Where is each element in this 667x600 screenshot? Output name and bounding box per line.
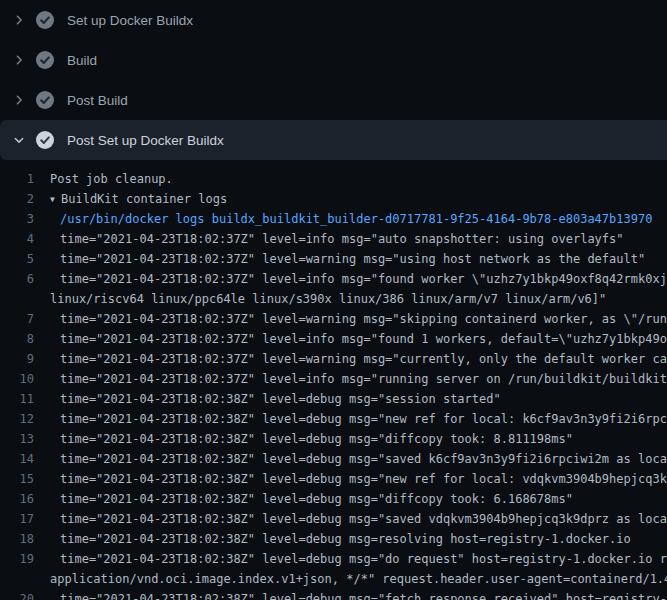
log-line-number[interactable]: 2	[0, 189, 34, 209]
log-line-number[interactable]: 19	[0, 549, 34, 569]
log-line-text: time="2021-04-23T18:02:38Z" level=debug …	[34, 409, 667, 429]
step-title: Post Build	[67, 93, 128, 108]
check-circle-icon	[36, 11, 54, 29]
log-line-number[interactable]: 20	[0, 589, 34, 600]
log-line: 9time="2021-04-23T18:02:37Z" level=warni…	[0, 349, 667, 369]
log-line-number[interactable]: 7	[0, 309, 34, 329]
log-line: linux/riscv64 linux/ppc64le linux/s390x …	[0, 289, 667, 309]
log-line-number[interactable]	[0, 569, 34, 589]
step-row-post-build[interactable]: Post Build	[0, 80, 667, 120]
log-line-number[interactable]: 1	[0, 169, 34, 189]
chevron-right-icon[interactable]	[12, 53, 26, 67]
log-viewer: 1Post job cleanup.2▼BuildKit container l…	[0, 160, 667, 600]
log-line-number[interactable]: 17	[0, 509, 34, 529]
log-line-number[interactable]: 13	[0, 429, 34, 449]
log-line-text: time="2021-04-23T18:02:38Z" level=debug …	[34, 429, 573, 449]
log-line-number[interactable]: 18	[0, 529, 34, 549]
log-line-number[interactable]: 12	[0, 409, 34, 429]
log-line-number[interactable]: 3	[0, 209, 34, 229]
log-line-number[interactable]: 5	[0, 249, 34, 269]
log-line: application/vnd.oci.image.index.v1+json,…	[0, 569, 667, 589]
log-line-number[interactable]: 11	[0, 389, 34, 409]
log-line: 1Post job cleanup.	[0, 169, 667, 189]
log-line: 19time="2021-04-23T18:02:38Z" level=debu…	[0, 549, 667, 569]
log-line: 15time="2021-04-23T18:02:38Z" level=debu…	[0, 469, 667, 489]
log-line-text: time="2021-04-23T18:02:37Z" level=warnin…	[34, 249, 645, 269]
step-title: Post Set up Docker Buildx	[67, 133, 224, 148]
log-line-text: time="2021-04-23T18:02:38Z" level=debug …	[34, 469, 667, 489]
log-line-text: Post job cleanup.	[34, 169, 173, 189]
log-command-text: /usr/bin/docker logs buildx_buildkit_bui…	[34, 209, 652, 229]
log-line-number[interactable]: 9	[0, 349, 34, 369]
log-line-text: time="2021-04-23T18:02:38Z" level=debug …	[34, 509, 667, 529]
log-line: 16time="2021-04-23T18:02:38Z" level=debu…	[0, 489, 667, 509]
log-line-text: application/vnd.oci.image.index.v1+json,…	[34, 569, 667, 589]
log-line-text: time="2021-04-23T18:02:38Z" level=debug …	[34, 489, 573, 509]
log-line-text: time="2021-04-23T18:02:38Z" level=debug …	[34, 529, 631, 549]
log-line-text: time="2021-04-23T18:02:37Z" level=info m…	[34, 229, 624, 249]
log-line: 17time="2021-04-23T18:02:38Z" level=debu…	[0, 509, 667, 529]
chevron-right-icon[interactable]	[12, 13, 26, 27]
check-circle-icon	[36, 91, 54, 109]
log-line: 7time="2021-04-23T18:02:37Z" level=warni…	[0, 309, 667, 329]
log-line: 5time="2021-04-23T18:02:37Z" level=warni…	[0, 249, 667, 269]
log-line: 11time="2021-04-23T18:02:38Z" level=debu…	[0, 389, 667, 409]
step-row-build[interactable]: Build	[0, 40, 667, 80]
chevron-right-icon[interactable]	[12, 93, 26, 107]
log-line: 10time="2021-04-23T18:02:37Z" level=info…	[0, 369, 667, 389]
step-row-post-set-up-docker-buildx[interactable]: Post Set up Docker Buildx	[0, 120, 667, 160]
log-group-label[interactable]: BuildKit container logs	[61, 192, 227, 206]
log-line: 4time="2021-04-23T18:02:37Z" level=info …	[0, 229, 667, 249]
log-line-number[interactable]: 14	[0, 449, 34, 469]
log-line-text: time="2021-04-23T18:02:38Z" level=debug …	[34, 549, 667, 569]
log-line-text[interactable]: ▼BuildKit container logs	[34, 189, 227, 209]
log-line-number[interactable]: 6	[0, 269, 34, 289]
log-line-number[interactable]	[0, 289, 34, 309]
log-line-text: time="2021-04-23T18:02:37Z" level=info m…	[34, 369, 667, 389]
log-line-number[interactable]: 10	[0, 369, 34, 389]
log-line: 18time="2021-04-23T18:02:38Z" level=debu…	[0, 529, 667, 549]
log-line: 14time="2021-04-23T18:02:38Z" level=debu…	[0, 449, 667, 469]
log-line-text: time="2021-04-23T18:02:37Z" level=warnin…	[34, 349, 667, 369]
log-line: 20time="2021-04-23T18:02:38Z" level=debu…	[0, 589, 667, 600]
log-line-text: time="2021-04-23T18:02:38Z" level=debug …	[34, 589, 667, 600]
check-circle-icon	[36, 51, 54, 69]
log-line-text: linux/riscv64 linux/ppc64le linux/s390x …	[34, 289, 606, 309]
log-line: 8time="2021-04-23T18:02:37Z" level=info …	[0, 329, 667, 349]
log-line: 13time="2021-04-23T18:02:38Z" level=debu…	[0, 429, 667, 449]
log-line-text: time="2021-04-23T18:02:38Z" level=debug …	[34, 389, 501, 409]
step-row-set-up-docker-buildx[interactable]: Set up Docker Buildx	[0, 0, 667, 40]
log-line: 3/usr/bin/docker logs buildx_buildkit_bu…	[0, 209, 667, 229]
log-line-number[interactable]: 15	[0, 469, 34, 489]
log-group-toggle-icon[interactable]: ▼	[50, 190, 61, 209]
log-line: 12time="2021-04-23T18:02:38Z" level=debu…	[0, 409, 667, 429]
log-line-text: time="2021-04-23T18:02:37Z" level=warnin…	[34, 309, 667, 329]
step-title: Build	[67, 53, 97, 68]
log-line-number[interactable]: 4	[0, 229, 34, 249]
chevron-down-icon[interactable]	[12, 133, 26, 147]
log-line: 6time="2021-04-23T18:02:37Z" level=info …	[0, 269, 667, 289]
log-line-text: time="2021-04-23T18:02:38Z" level=debug …	[34, 449, 667, 469]
log-line-text: time="2021-04-23T18:02:37Z" level=info m…	[34, 329, 667, 349]
log-line-number[interactable]: 8	[0, 329, 34, 349]
log-line-number[interactable]: 16	[0, 489, 34, 509]
log-line: 2▼BuildKit container logs	[0, 189, 667, 209]
log-line-text: time="2021-04-23T18:02:37Z" level=info m…	[34, 269, 667, 289]
steps-list: Set up Docker Buildx Build Post Build Po…	[0, 0, 667, 160]
step-title: Set up Docker Buildx	[67, 13, 193, 28]
check-circle-icon	[36, 131, 54, 149]
